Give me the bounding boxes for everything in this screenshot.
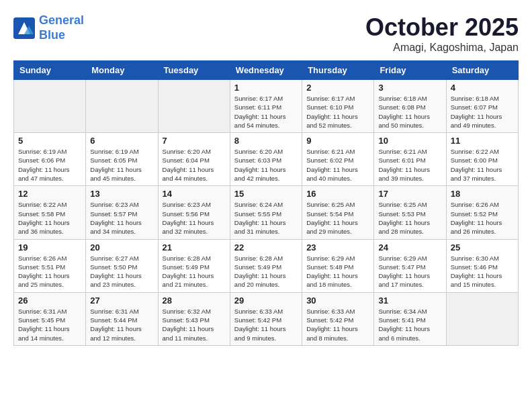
- day-info: Sunrise: 6:32 AM Sunset: 5:43 PM Dayligh…: [163, 307, 226, 342]
- day-number: 23: [306, 242, 369, 253]
- day-number: 5: [18, 136, 81, 146]
- day-number: 1: [234, 83, 298, 93]
- day-info: Sunrise: 6:23 AM Sunset: 5:56 PM Dayligh…: [163, 200, 226, 236]
- calendar-cell: 30Sunrise: 6:33 AM Sunset: 5:42 PM Dayli…: [302, 292, 374, 345]
- calendar-cell: 31Sunrise: 6:34 AM Sunset: 5:41 PM Dayli…: [374, 292, 446, 345]
- calendar-cell: 6Sunrise: 6:19 AM Sunset: 6:05 PM Daylig…: [86, 133, 158, 186]
- month-title: October 2025: [365, 13, 519, 42]
- weekday-header-saturday: Saturday: [446, 61, 518, 80]
- calendar-cell: 7Sunrise: 6:20 AM Sunset: 6:04 PM Daylig…: [158, 133, 230, 186]
- day-number: 10: [378, 136, 441, 146]
- calendar-week-row: 26Sunrise: 6:31 AM Sunset: 5:45 PM Dayli…: [14, 292, 519, 345]
- day-info: Sunrise: 6:26 AM Sunset: 5:51 PM Dayligh…: [18, 254, 81, 289]
- page-header: General Blue October 2025 Amagi, Kagoshi…: [13, 13, 519, 54]
- day-number: 2: [306, 83, 369, 93]
- calendar-cell: 12Sunrise: 6:22 AM Sunset: 5:58 PM Dayli…: [14, 186, 86, 239]
- logo-icon: [13, 17, 35, 39]
- calendar-cell: 10Sunrise: 6:21 AM Sunset: 6:01 PM Dayli…: [374, 133, 446, 186]
- calendar-cell: 27Sunrise: 6:31 AM Sunset: 5:44 PM Dayli…: [86, 292, 158, 345]
- day-info: Sunrise: 6:33 AM Sunset: 5:42 PM Dayligh…: [234, 307, 298, 342]
- day-info: Sunrise: 6:19 AM Sunset: 6:06 PM Dayligh…: [18, 147, 81, 183]
- day-info: Sunrise: 6:29 AM Sunset: 5:48 PM Dayligh…: [306, 254, 369, 289]
- calendar-cell: 4Sunrise: 6:18 AM Sunset: 6:07 PM Daylig…: [446, 80, 518, 133]
- logo-line2: Blue: [39, 28, 65, 42]
- calendar-cell: [158, 80, 230, 133]
- day-number: 21: [163, 242, 226, 253]
- calendar-cell: 25Sunrise: 6:30 AM Sunset: 5:46 PM Dayli…: [446, 239, 518, 292]
- day-number: 3: [378, 83, 441, 93]
- day-number: 7: [163, 136, 226, 146]
- day-number: 30: [306, 295, 369, 306]
- day-info: Sunrise: 6:18 AM Sunset: 6:07 PM Dayligh…: [451, 94, 514, 130]
- day-info: Sunrise: 6:28 AM Sunset: 5:49 PM Dayligh…: [234, 254, 298, 289]
- day-number: 8: [234, 136, 298, 146]
- day-info: Sunrise: 6:21 AM Sunset: 6:02 PM Dayligh…: [306, 147, 369, 183]
- day-number: 15: [234, 189, 298, 199]
- calendar-cell: 16Sunrise: 6:25 AM Sunset: 5:54 PM Dayli…: [302, 186, 374, 239]
- day-info: Sunrise: 6:19 AM Sunset: 6:05 PM Dayligh…: [90, 147, 153, 183]
- day-info: Sunrise: 6:22 AM Sunset: 6:00 PM Dayligh…: [451, 147, 514, 183]
- calendar-cell: 28Sunrise: 6:32 AM Sunset: 5:43 PM Dayli…: [158, 292, 230, 345]
- calendar-cell: 26Sunrise: 6:31 AM Sunset: 5:45 PM Dayli…: [14, 292, 86, 345]
- calendar-table: SundayMondayTuesdayWednesdayThursdayFrid…: [13, 60, 519, 346]
- day-number: 27: [90, 295, 153, 306]
- calendar-cell: 15Sunrise: 6:24 AM Sunset: 5:55 PM Dayli…: [230, 186, 302, 239]
- day-info: Sunrise: 6:29 AM Sunset: 5:47 PM Dayligh…: [378, 254, 441, 289]
- day-number: 17: [378, 189, 441, 199]
- calendar-cell: 8Sunrise: 6:20 AM Sunset: 6:03 PM Daylig…: [230, 133, 302, 186]
- day-number: 19: [18, 242, 81, 253]
- calendar-cell: 2Sunrise: 6:17 AM Sunset: 6:10 PM Daylig…: [302, 80, 374, 133]
- day-number: 24: [378, 242, 441, 253]
- calendar-cell: 21Sunrise: 6:28 AM Sunset: 5:49 PM Dayli…: [158, 239, 230, 292]
- logo-text: General Blue: [39, 13, 84, 42]
- weekday-header-friday: Friday: [374, 61, 446, 80]
- day-info: Sunrise: 6:33 AM Sunset: 5:42 PM Dayligh…: [306, 307, 369, 342]
- calendar-cell: 9Sunrise: 6:21 AM Sunset: 6:02 PM Daylig…: [302, 133, 374, 186]
- day-number: 18: [451, 189, 514, 199]
- day-number: 12: [18, 189, 81, 199]
- logo: General Blue: [13, 13, 84, 42]
- day-number: 9: [306, 136, 369, 146]
- calendar-cell: 1Sunrise: 6:17 AM Sunset: 6:11 PM Daylig…: [230, 80, 302, 133]
- day-number: 14: [163, 189, 226, 199]
- calendar-cell: 23Sunrise: 6:29 AM Sunset: 5:48 PM Dayli…: [302, 239, 374, 292]
- weekday-header-row: SundayMondayTuesdayWednesdayThursdayFrid…: [14, 61, 519, 80]
- title-block: October 2025 Amagi, Kagoshima, Japan: [365, 13, 519, 54]
- calendar-cell: [86, 80, 158, 133]
- location: Amagi, Kagoshima, Japan: [365, 42, 519, 54]
- calendar-cell: 17Sunrise: 6:25 AM Sunset: 5:53 PM Dayli…: [374, 186, 446, 239]
- day-info: Sunrise: 6:31 AM Sunset: 5:45 PM Dayligh…: [18, 307, 81, 342]
- calendar-cell: [446, 292, 518, 345]
- weekday-header-monday: Monday: [86, 61, 158, 80]
- day-number: 31: [378, 295, 441, 306]
- logo-line1: General: [39, 13, 84, 27]
- calendar-week-row: 1Sunrise: 6:17 AM Sunset: 6:11 PM Daylig…: [14, 80, 519, 133]
- calendar-cell: 5Sunrise: 6:19 AM Sunset: 6:06 PM Daylig…: [14, 133, 86, 186]
- calendar-cell: 20Sunrise: 6:27 AM Sunset: 5:50 PM Dayli…: [86, 239, 158, 292]
- weekday-header-tuesday: Tuesday: [158, 61, 230, 80]
- day-number: 16: [306, 189, 369, 199]
- calendar-cell: 29Sunrise: 6:33 AM Sunset: 5:42 PM Dayli…: [230, 292, 302, 345]
- calendar-cell: 24Sunrise: 6:29 AM Sunset: 5:47 PM Dayli…: [374, 239, 446, 292]
- day-number: 6: [90, 136, 153, 146]
- calendar-week-row: 12Sunrise: 6:22 AM Sunset: 5:58 PM Dayli…: [14, 186, 519, 239]
- day-number: 29: [234, 295, 298, 306]
- day-info: Sunrise: 6:24 AM Sunset: 5:55 PM Dayligh…: [234, 200, 298, 236]
- day-info: Sunrise: 6:22 AM Sunset: 5:58 PM Dayligh…: [18, 200, 81, 236]
- day-number: 11: [451, 136, 514, 146]
- day-number: 4: [451, 83, 514, 93]
- day-info: Sunrise: 6:27 AM Sunset: 5:50 PM Dayligh…: [90, 254, 153, 289]
- calendar-cell: 13Sunrise: 6:23 AM Sunset: 5:57 PM Dayli…: [86, 186, 158, 239]
- day-info: Sunrise: 6:34 AM Sunset: 5:41 PM Dayligh…: [378, 307, 441, 342]
- day-info: Sunrise: 6:20 AM Sunset: 6:03 PM Dayligh…: [234, 147, 298, 183]
- day-info: Sunrise: 6:21 AM Sunset: 6:01 PM Dayligh…: [378, 147, 441, 183]
- weekday-header-thursday: Thursday: [302, 61, 374, 80]
- calendar-cell: 19Sunrise: 6:26 AM Sunset: 5:51 PM Dayli…: [14, 239, 86, 292]
- day-number: 13: [90, 189, 153, 199]
- day-info: Sunrise: 6:26 AM Sunset: 5:52 PM Dayligh…: [451, 200, 514, 236]
- calendar-cell: 3Sunrise: 6:18 AM Sunset: 6:08 PM Daylig…: [374, 80, 446, 133]
- weekday-header-wednesday: Wednesday: [230, 61, 302, 80]
- day-number: 25: [451, 242, 514, 253]
- day-number: 26: [18, 295, 81, 306]
- weekday-header-sunday: Sunday: [14, 61, 86, 80]
